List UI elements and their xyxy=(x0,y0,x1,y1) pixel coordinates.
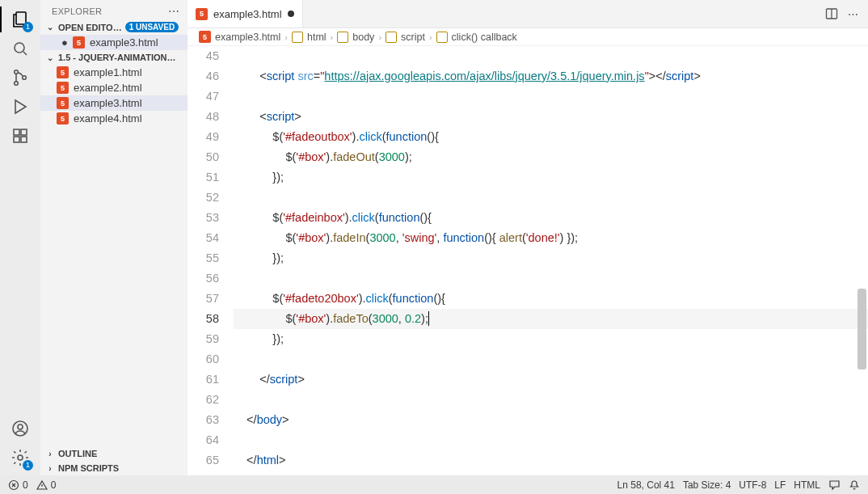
svg-point-1 xyxy=(15,43,24,53)
tab-label: example3.html xyxy=(213,8,282,20)
svg-point-11 xyxy=(18,455,23,460)
status-errors[interactable]: 0 xyxy=(8,479,28,491)
accounts-icon[interactable] xyxy=(9,417,32,440)
svg-point-4 xyxy=(23,76,27,80)
settings-badge: 1 xyxy=(23,460,33,471)
chevron-right-icon: › xyxy=(378,32,381,42)
breadcrumb-file[interactable]: example3.html xyxy=(215,32,280,43)
html-file-icon: 5 xyxy=(199,31,211,43)
dirty-indicator-icon xyxy=(288,11,294,17)
unsaved-badge: 1 UNSAVED xyxy=(125,22,179,32)
status-warnings[interactable]: 0 xyxy=(36,479,57,491)
split-editor-icon[interactable] xyxy=(825,7,838,20)
chevron-down-icon: ⌄ xyxy=(45,53,55,62)
open-editor-label: example3.html xyxy=(90,36,158,49)
file-item[interactable]: 5example1.html xyxy=(40,65,188,80)
chevron-right-icon: › xyxy=(429,32,432,42)
tab-example3[interactable]: 5 example3.html xyxy=(188,0,303,27)
chevron-down-icon: ⌄ xyxy=(45,23,55,32)
symbol-icon xyxy=(436,32,448,43)
symbol-icon xyxy=(337,32,348,43)
dirty-indicator-icon: ● xyxy=(61,36,68,49)
line-gutter: 4546474849505152535455565758596061626364… xyxy=(188,46,234,475)
outline-header[interactable]: › OUTLINE xyxy=(40,446,188,461)
editor-body[interactable]: 4546474849505152535455565758596061626364… xyxy=(188,46,868,475)
breadcrumb[interactable]: 5 example3.html › html › body › script ›… xyxy=(188,28,868,46)
open-editors-label: OPEN EDITO… xyxy=(58,23,122,32)
search-icon[interactable] xyxy=(9,37,32,60)
chevron-right-icon: › xyxy=(45,464,55,473)
code-pane[interactable]: <script src="https://ajax.googleapis.com… xyxy=(234,46,868,475)
explorer-title: EXPLORER xyxy=(52,6,102,16)
explorer-more-icon[interactable]: ⋯ xyxy=(168,5,179,18)
tabs-row: 5 example3.html ⋯ xyxy=(188,0,868,28)
folder-label: 1.5 - JQUERY-ANIMATION… xyxy=(58,53,175,62)
status-language[interactable]: HTML xyxy=(794,479,820,491)
npm-scripts-header[interactable]: › NPM SCRIPTS xyxy=(40,461,188,475)
html-file-icon: 5 xyxy=(57,66,69,78)
scrollbar-thumb[interactable] xyxy=(857,289,866,369)
status-bell-icon[interactable] xyxy=(849,479,860,491)
svg-rect-5 xyxy=(14,129,19,135)
source-control-icon[interactable] xyxy=(9,66,32,89)
folder-header[interactable]: ⌄ 1.5 - JQUERY-ANIMATION… xyxy=(40,50,188,65)
file-item[interactable]: 5example2.html xyxy=(40,80,188,95)
chevron-right-icon: › xyxy=(45,450,55,458)
npm-label: NPM SCRIPTS xyxy=(58,463,119,473)
file-item[interactable]: 5example3.html xyxy=(40,95,188,111)
editor-region: 5 example3.html ⋯ 5 example3.html › html… xyxy=(188,0,868,475)
run-debug-icon[interactable] xyxy=(9,95,32,118)
symbol-icon xyxy=(386,32,397,43)
status-cursor[interactable]: Ln 58, Col 41 xyxy=(617,479,675,491)
explorer-sidebar: EXPLORER ⋯ ⌄ OPEN EDITO… 1 UNSAVED ● 5 e… xyxy=(40,0,188,475)
breadcrumb-part[interactable]: click() callback xyxy=(452,32,517,43)
svg-point-10 xyxy=(18,424,23,429)
svg-rect-6 xyxy=(14,137,19,142)
status-feedback-icon[interactable] xyxy=(828,479,841,491)
explorer-badge: 1 xyxy=(23,22,33,32)
chevron-right-icon: › xyxy=(284,32,288,42)
svg-rect-7 xyxy=(21,137,27,142)
chevron-right-icon: › xyxy=(331,32,334,42)
open-editors-header[interactable]: ⌄ OPEN EDITO… 1 UNSAVED xyxy=(40,19,188,35)
status-bar: 0 0 Ln 58, Col 41 Tab Size: 4 UTF-8 LF H… xyxy=(0,475,868,494)
file-item[interactable]: 5example4.html xyxy=(40,111,188,126)
html-file-icon: 5 xyxy=(57,97,69,109)
html-file-icon: 5 xyxy=(57,112,69,125)
file-label: example1.html xyxy=(74,66,142,78)
editor-more-icon[interactable]: ⋯ xyxy=(848,8,858,20)
settings-gear-icon[interactable]: 1 xyxy=(9,446,32,469)
extensions-icon[interactable] xyxy=(9,125,32,147)
svg-point-3 xyxy=(15,82,19,86)
html-file-icon: 5 xyxy=(73,36,85,49)
svg-rect-8 xyxy=(21,129,27,135)
explorer-icon[interactable]: 1 xyxy=(9,8,32,31)
breadcrumb-part[interactable]: html xyxy=(307,32,327,43)
html-file-icon: 5 xyxy=(196,8,208,20)
file-label: example3.html xyxy=(74,97,142,109)
status-tabsize[interactable]: Tab Size: 4 xyxy=(683,479,731,491)
breadcrumb-part[interactable]: script xyxy=(401,32,425,43)
file-label: example4.html xyxy=(74,112,142,125)
file-label: example2.html xyxy=(74,82,142,94)
svg-point-2 xyxy=(15,70,19,74)
breadcrumb-part[interactable]: body xyxy=(352,32,374,43)
activity-bar: 1 1 xyxy=(0,0,40,475)
status-encoding[interactable]: UTF-8 xyxy=(739,479,766,491)
outline-label: OUTLINE xyxy=(58,449,97,458)
html-file-icon: 5 xyxy=(57,82,69,94)
open-editor-item[interactable]: ● 5 example3.html xyxy=(40,35,188,50)
status-eol[interactable]: LF xyxy=(774,479,786,491)
symbol-icon xyxy=(292,32,303,43)
